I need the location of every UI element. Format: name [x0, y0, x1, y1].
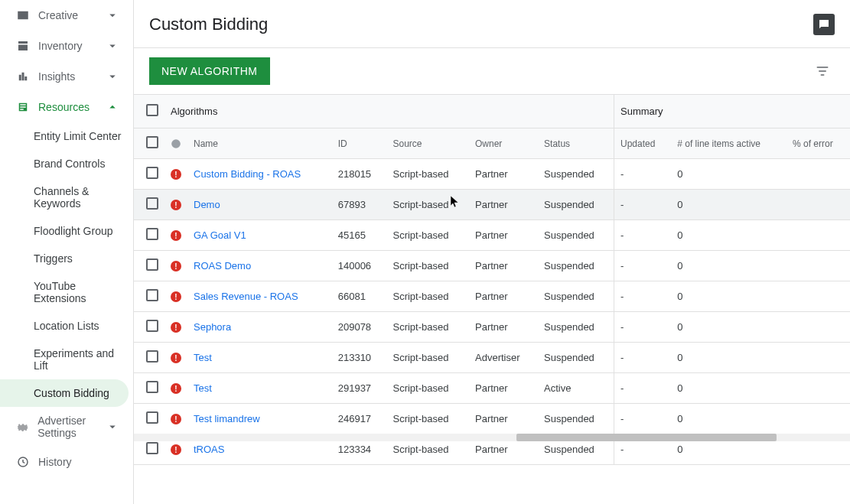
table-row[interactable]: !GA Goal V145165Script-basedPartnerSuspe…	[134, 220, 850, 251]
select-all-checkbox-sub[interactable]	[146, 136, 158, 148]
col-name[interactable]: Name	[187, 128, 332, 159]
col-pct-error[interactable]: % of error	[786, 128, 850, 159]
select-all-checkbox[interactable]	[146, 104, 158, 116]
table-row[interactable]: !Test213310Script-basedAdvertiserSuspend…	[134, 343, 850, 373]
cell-status: Suspended	[538, 404, 614, 434]
insights-icon	[15, 69, 31, 84]
sidebar-item-insights[interactable]: Insights	[0, 61, 133, 92]
error-icon: !	[171, 291, 181, 302]
cell-source: Script-based	[386, 190, 469, 220]
sidebar-item-experiments-lift[interactable]: Experiments and Lift	[0, 340, 133, 379]
sidebar-item-youtube-extensions[interactable]: YouTube Extensions	[0, 272, 133, 312]
cell-id: 218015	[332, 159, 387, 190]
algorithm-name-link[interactable]: Test limandrew	[194, 413, 260, 424]
algorithm-name-link[interactable]: Test	[194, 352, 212, 363]
algorithm-name-link[interactable]: Sephora	[194, 321, 231, 333]
cell-line-items: 0	[671, 251, 786, 281]
sidebar-item-history[interactable]: History	[0, 447, 133, 477]
feedback-button[interactable]	[813, 14, 835, 35]
cell-status: Suspended	[538, 251, 614, 281]
error-icon: !	[171, 261, 181, 272]
cell-line-items: 0	[671, 281, 786, 312]
row-checkbox[interactable]	[146, 259, 158, 271]
algorithm-name-link[interactable]: tROAS	[194, 444, 224, 455]
cell-owner: Partner	[469, 220, 538, 251]
resources-icon	[15, 99, 31, 115]
sidebar-item-creative[interactable]: Creative	[0, 0, 133, 31]
row-checkbox[interactable]	[146, 381, 158, 393]
sidebar-item-brand-controls[interactable]: Brand Controls	[0, 150, 133, 177]
cell-id: 246917	[332, 404, 387, 434]
sidebar-item-resources[interactable]: Resources	[0, 92, 133, 122]
table-row[interactable]: !Test291937Script-basedPartnerActive-0	[134, 373, 850, 404]
error-icon: !	[171, 322, 181, 333]
scrollbar-thumb[interactable]	[516, 434, 777, 441]
table-row[interactable]: !Sephora209078Script-basedPartnerSuspend…	[134, 312, 850, 343]
col-status[interactable]: Status	[538, 128, 614, 159]
cell-pct-error	[786, 312, 850, 343]
cell-owner: Partner	[469, 312, 538, 343]
info-icon	[171, 138, 181, 149]
error-icon: !	[171, 200, 181, 210]
algorithm-name-link[interactable]: Custom Bidding - ROAS	[194, 168, 301, 180]
error-icon: !	[171, 444, 181, 455]
table-column-header-row: Name ID Source Owner Status Updated # of…	[134, 128, 850, 159]
cell-pct-error	[786, 159, 850, 190]
row-checkbox[interactable]	[146, 411, 158, 424]
sidebar-item-location-lists[interactable]: Location Lists	[0, 312, 133, 340]
table-row[interactable]: !ROAS Demo140006Script-basedPartnerSuspe…	[134, 251, 850, 281]
filter-button[interactable]	[810, 59, 835, 83]
table-row[interactable]: !Custom Bidding - ROAS218015Script-based…	[134, 159, 850, 190]
algorithm-name-link[interactable]: Test	[194, 382, 212, 394]
table-row[interactable]: !Sales Revenue - ROAS66081Script-basedPa…	[134, 281, 850, 312]
row-checkbox[interactable]	[146, 167, 158, 179]
col-source[interactable]: Source	[386, 128, 469, 159]
sidebar-item-inventory[interactable]: Inventory	[0, 31, 133, 61]
sidebar-item-advertiser-settings[interactable]: Advertiser Settings	[0, 407, 133, 447]
cell-source: Script-based	[386, 281, 469, 312]
cell-owner: Advertiser	[469, 343, 538, 373]
sidebar-item-channels-keywords[interactable]: Channels & Keywords	[0, 177, 133, 217]
algorithms-table-container[interactable]: Algorithms Summary Name ID Source Owner …	[134, 94, 850, 504]
sidebar-item-entity-limit-center[interactable]: Entity Limit Center	[0, 122, 133, 150]
row-checkbox[interactable]	[146, 289, 158, 301]
cell-updated: -	[614, 220, 671, 251]
table-row[interactable]: !Test limandrew246917Script-basedPartner…	[134, 404, 850, 434]
cell-id: 213310	[332, 343, 387, 373]
col-id[interactable]: ID	[332, 128, 387, 159]
sidebar-item-label: Inventory	[38, 40, 83, 52]
cell-pct-error	[786, 251, 850, 281]
cell-updated: -	[614, 404, 671, 434]
cell-id: 66081	[332, 281, 387, 312]
cell-line-items: 0	[671, 190, 786, 220]
algorithm-name-link[interactable]: ROAS Demo	[194, 260, 251, 272]
row-select-header	[134, 128, 164, 159]
cell-updated: -	[614, 343, 671, 373]
algorithm-name-link[interactable]: Sales Revenue - ROAS	[194, 291, 298, 302]
new-algorithm-button[interactable]: NEW ALGORITHM	[149, 57, 270, 85]
row-checkbox[interactable]	[146, 320, 158, 332]
col-line-items[interactable]: # of line items active	[671, 128, 786, 159]
error-icon: !	[171, 414, 181, 424]
algorithm-name-link[interactable]: Demo	[194, 199, 220, 210]
sidebar-item-floodlight-group[interactable]: Floodlight Group	[0, 217, 133, 245]
cell-source: Script-based	[386, 220, 469, 251]
algorithm-name-link[interactable]: GA Goal V1	[194, 229, 246, 241]
error-icon: !	[171, 383, 181, 394]
horizontal-scrollbar[interactable]	[134, 434, 850, 441]
table-row[interactable]: !Demo67893Script-basedPartnerSuspended-0	[134, 190, 850, 220]
sidebar-item-label: Insights	[38, 70, 75, 83]
sidebar-item-custom-bidding[interactable]: Custom Bidding	[0, 379, 129, 407]
row-checkbox[interactable]	[146, 228, 158, 240]
gear-icon	[15, 419, 30, 434]
cell-status: Suspended	[538, 343, 614, 373]
row-checkbox[interactable]	[146, 442, 158, 454]
cell-line-items: 0	[671, 220, 786, 251]
col-updated[interactable]: Updated	[614, 128, 671, 159]
col-owner[interactable]: Owner	[469, 128, 538, 159]
sidebar-item-triggers[interactable]: Triggers	[0, 245, 133, 272]
row-checkbox[interactable]	[146, 197, 158, 210]
cell-updated: -	[614, 251, 671, 281]
row-checkbox[interactable]	[146, 350, 158, 363]
cell-pct-error	[786, 404, 850, 434]
